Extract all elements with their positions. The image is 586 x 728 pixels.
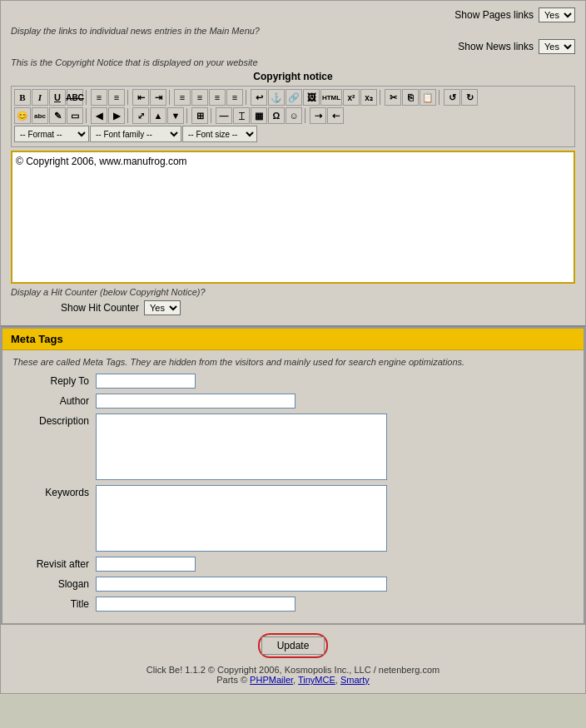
sep3 (169, 90, 171, 105)
show-hit-counter-select[interactable]: Yes No (144, 300, 181, 315)
indent-button[interactable]: ⇥ (150, 89, 166, 106)
paste-button[interactable]: 📋 (420, 89, 436, 106)
smarty-link[interactable]: Smarty (340, 675, 370, 685)
revisit-label: Revisit after (12, 557, 96, 570)
revisit-input[interactable] (96, 557, 196, 572)
slogan-row: Slogan (12, 577, 574, 592)
redo-button[interactable]: ⚓ (268, 89, 285, 106)
link-button[interactable]: 🔗 (286, 89, 302, 106)
meta-tags-header: Meta Tags (2, 329, 584, 350)
slogan-label: Slogan (12, 577, 96, 590)
sep5 (380, 90, 382, 105)
news-links-note: This is the Copyright Notice that is dis… (11, 57, 575, 67)
dash-button[interactable]: — (216, 107, 232, 124)
strikethrough-button[interactable]: ABC (67, 89, 83, 106)
superscript-button[interactable]: x² (343, 89, 360, 106)
redo2-button[interactable]: ↻ (461, 89, 478, 106)
emoji-button[interactable]: ☺ (286, 107, 302, 124)
ltr-button[interactable]: ⇢ (310, 107, 326, 124)
toolbar-row-2: 😊 abc ✎ ▭ ◀ ▶ ⤢ ▲ ▼ ⊞ — ⌶ ▦ Ω ☺ ⇢ (14, 107, 572, 124)
align-right-button[interactable]: ≡ (209, 89, 226, 106)
font-size-select[interactable]: -- Font size -- (182, 126, 257, 142)
reply-to-label: Reply To (12, 374, 96, 387)
outdent-button[interactable]: ⇤ (132, 89, 149, 106)
ordered-list-button[interactable]: ≡ (108, 89, 125, 106)
grid-button[interactable]: ▦ (251, 107, 267, 124)
align-justify-button[interactable]: ≡ (226, 89, 243, 106)
author-input[interactable] (96, 394, 295, 409)
phpmailer-link[interactable]: PHPMailer (250, 675, 293, 685)
move-right-button[interactable]: ▶ (108, 107, 125, 124)
sep4 (246, 90, 248, 105)
title-input[interactable] (96, 597, 295, 612)
reply-to-input[interactable] (96, 374, 196, 389)
footer-prefix: Parts © (216, 675, 250, 685)
footer-line2: Parts © PHPMailer, TinyMCE, Smarty (9, 675, 577, 685)
editor-area[interactable]: © Copyright 2006, www.manufrog.com (11, 151, 575, 284)
tinymce-toolbar: B I U ABC ≡ ≡ ⇤ ⇥ ≡ ≡ ≡ ≡ ↩ ⚓ 🔗 🖼 (11, 86, 575, 147)
sep1 (86, 90, 88, 105)
font-family-select[interactable]: -- Font family -- (90, 126, 181, 142)
underline-button[interactable]: U (49, 89, 66, 106)
author-label: Author (12, 394, 96, 407)
html-button[interactable]: HTML (320, 89, 342, 106)
rtl-button[interactable]: ⇠ (327, 107, 344, 124)
show-hit-counter-label: Show Hit Counter (61, 302, 139, 314)
undo-button[interactable]: ↩ (251, 89, 267, 106)
update-button[interactable]: Update (261, 636, 325, 655)
reply-to-row: Reply To (12, 374, 574, 389)
move-left-button[interactable]: ◀ (91, 107, 107, 124)
description-row: Description (12, 414, 574, 480)
keywords-row: Keywords (12, 485, 574, 552)
sep10 (211, 108, 213, 123)
bold-button[interactable]: B (14, 89, 31, 106)
show-pages-links-select[interactable]: Yes No (539, 7, 575, 22)
italic-button[interactable]: I (32, 89, 48, 106)
toolbar-row-1: B I U ABC ≡ ≡ ⇤ ⇥ ≡ ≡ ≡ ≡ ↩ ⚓ 🔗 🖼 (14, 89, 572, 106)
sep6 (439, 90, 441, 105)
show-news-links-select[interactable]: Yes No (539, 39, 575, 54)
tinymce-link[interactable]: TinyMCE (298, 675, 335, 685)
unordered-list-button[interactable]: ≡ (91, 89, 107, 106)
rect-button[interactable]: ▭ (67, 107, 83, 124)
omega-button[interactable]: Ω (268, 107, 285, 124)
meta-tags-section: Meta Tags These are called Meta Tags. Th… (1, 327, 585, 625)
image-button[interactable]: 🖼 (303, 89, 320, 106)
edit-button[interactable]: ✎ (49, 107, 66, 124)
title-label: Title (12, 597, 96, 610)
copy-button[interactable]: ⎘ (402, 89, 419, 106)
hit-counter-note: Display a Hit Counter (below Copyright N… (11, 287, 575, 297)
meta-description-note: These are called Meta Tags. They are hid… (12, 357, 574, 367)
slogan-input[interactable] (96, 577, 387, 592)
sep2 (127, 90, 130, 105)
show-pages-links-label: Show Pages links (454, 9, 534, 21)
align-center-button[interactable]: ≡ (191, 89, 208, 106)
description-textarea[interactable] (96, 414, 387, 480)
bottom-section: Update Click Be! 1.1.2 © Copyright 2006,… (1, 625, 585, 693)
smiley-button[interactable]: 😊 (14, 107, 31, 124)
cut-button[interactable]: ✂ (385, 89, 401, 106)
show-news-links-label: Show News links (458, 41, 534, 52)
footer-line1: Click Be! 1.1.2 © Copyright 2006, Kosmop… (9, 665, 577, 675)
hr-button[interactable]: ⌶ (233, 107, 250, 124)
keywords-label: Keywords (12, 485, 96, 498)
resize-button[interactable]: ⤢ (132, 107, 149, 124)
move-up-button[interactable]: ▲ (150, 107, 166, 124)
sep8 (127, 108, 130, 123)
format-select[interactable]: -- Format -- (14, 126, 89, 142)
keywords-textarea[interactable] (96, 485, 387, 552)
subscript-button[interactable]: x₂ (360, 89, 377, 106)
align-left-button[interactable]: ≡ (174, 89, 191, 106)
move-down-button[interactable]: ▼ (167, 107, 184, 124)
title-row: Title (12, 597, 574, 612)
undo2-button[interactable]: ↺ (444, 89, 460, 106)
spellcheck-button[interactable]: abc (32, 107, 48, 124)
revisit-row: Revisit after (12, 557, 574, 572)
description-label: Description (12, 414, 96, 427)
toolbar-row-3: -- Format -- -- Font family -- -- Font s… (14, 126, 572, 142)
table-button[interactable]: ⊞ (191, 107, 208, 124)
sep11 (305, 108, 307, 123)
copyright-notice-title: Copyright notice (11, 71, 575, 82)
sep7 (86, 108, 88, 123)
sep9 (186, 108, 189, 123)
